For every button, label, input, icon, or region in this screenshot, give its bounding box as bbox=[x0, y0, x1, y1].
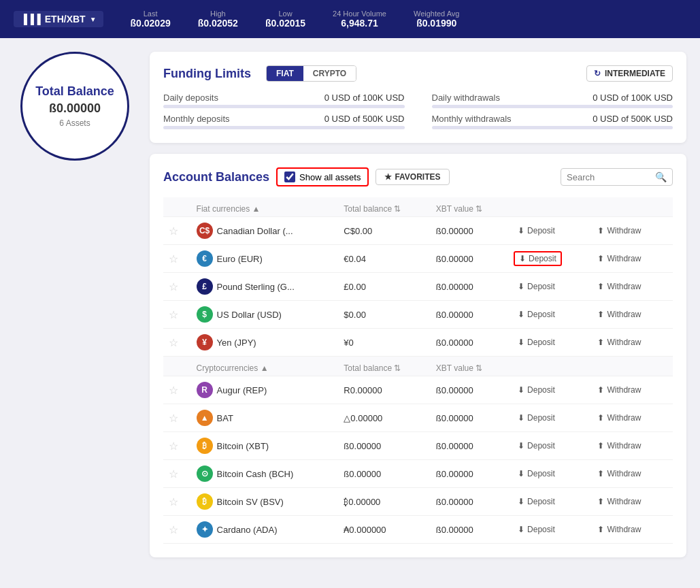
star-cell[interactable]: ☆ bbox=[163, 488, 191, 516]
star-button[interactable]: ☆ bbox=[169, 495, 178, 508]
deposit-cell[interactable]: ⬇ Deposit bbox=[508, 245, 588, 273]
progress-bar bbox=[432, 105, 673, 108]
funding-limits-card: Funding Limits FIAT CRYPTO ↻ INTERMEDIAT… bbox=[150, 52, 686, 143]
funding-row-label: Monthly deposits bbox=[163, 114, 230, 124]
stat-item: Lastß0.02029 bbox=[131, 10, 171, 29]
table-row: ☆ ✦ Cardano (ADA) ₳0.000000 ß0.00000 ⬇ D… bbox=[163, 516, 673, 544]
deposit-button[interactable]: ⬇ Deposit bbox=[514, 280, 559, 293]
deposit-cell[interactable]: ⬇ Deposit bbox=[508, 217, 588, 245]
deposit-button[interactable]: ⬇ Deposit bbox=[514, 225, 559, 237]
deposit-button[interactable]: ⬇ Deposit bbox=[514, 495, 559, 508]
withdraw-cell[interactable]: ⬆ Withdraw bbox=[588, 488, 673, 516]
withdraw-cell[interactable]: ⬆ Withdraw bbox=[588, 273, 673, 301]
star-button[interactable]: ☆ bbox=[169, 280, 178, 293]
star-button[interactable]: ☆ bbox=[169, 308, 178, 321]
deposit-cell[interactable]: ⬇ Deposit bbox=[508, 488, 588, 516]
show-all-assets-control[interactable]: Show all assets bbox=[276, 167, 369, 186]
withdraw-button[interactable]: ⬆ Withdraw bbox=[593, 412, 645, 424]
withdraw-button[interactable]: ⬆ Withdraw bbox=[593, 440, 645, 452]
deposit-button[interactable]: ⬇ Deposit bbox=[514, 308, 559, 321]
col-name: ₿ Bitcoin SV (BSV) bbox=[197, 493, 333, 510]
ticker-selector[interactable]: ▐▐▐ ETH/XBT ▼ bbox=[14, 11, 103, 27]
star-button[interactable]: ☆ bbox=[169, 384, 178, 397]
withdraw-cell[interactable]: ⬆ Withdraw bbox=[588, 301, 673, 329]
deposit-cell[interactable]: ⬇ Deposit bbox=[508, 273, 588, 301]
total-balance-cell: ₳0.000000 bbox=[338, 516, 430, 544]
table-row: ☆ C$ Canadian Dollar (... C$0.00 ß0.0000… bbox=[163, 217, 673, 245]
star-button[interactable]: ☆ bbox=[169, 523, 178, 536]
funding-title: Funding Limits bbox=[163, 67, 251, 81]
star-cell[interactable]: ☆ bbox=[163, 516, 191, 544]
withdraw-cell[interactable]: ⬆ Withdraw bbox=[588, 217, 673, 245]
show-all-checkbox[interactable] bbox=[284, 172, 295, 182]
withdraw-button[interactable]: ⬆ Withdraw bbox=[593, 280, 645, 293]
star-cell[interactable]: ☆ bbox=[163, 404, 191, 432]
stat-value: 6,948.71 bbox=[341, 18, 378, 29]
withdraw-cell[interactable]: ⬆ Withdraw bbox=[588, 516, 673, 544]
total-balance-cell: ß0.00000 bbox=[338, 432, 430, 460]
deposit-button[interactable]: ⬇ Deposit bbox=[514, 336, 559, 348]
deposit-button[interactable]: ⬇ Deposit bbox=[514, 440, 559, 452]
star-cell[interactable]: ☆ bbox=[163, 217, 191, 245]
favorites-button[interactable]: ★ FAVORITES bbox=[376, 169, 449, 185]
coin-icon: ⊙ bbox=[197, 466, 213, 482]
star-cell[interactable]: ☆ bbox=[163, 245, 191, 273]
withdraw-button[interactable]: ⬆ Withdraw bbox=[593, 384, 645, 396]
withdraw-button[interactable]: ⬆ Withdraw bbox=[593, 468, 645, 480]
currency-name-cell: ₿ Bitcoin SV (BSV) bbox=[191, 488, 339, 516]
withdraw-cell[interactable]: ⬆ Withdraw bbox=[588, 460, 673, 488]
deposit-cell[interactable]: ⬇ Deposit bbox=[508, 301, 588, 329]
deposit-button[interactable]: ⬇ Deposit bbox=[514, 523, 559, 536]
crypto-toggle[interactable]: CRYPTO bbox=[303, 66, 356, 81]
star-cell[interactable]: ☆ bbox=[163, 376, 191, 404]
star-button[interactable]: ☆ bbox=[169, 412, 178, 425]
star-cell[interactable]: ☆ bbox=[163, 329, 191, 357]
funding-toggle-group[interactable]: FIAT CRYPTO bbox=[266, 65, 356, 82]
withdraw-cell[interactable]: ⬆ Withdraw bbox=[588, 329, 673, 357]
total-balance-cell: ₿0.00000 bbox=[338, 488, 430, 516]
progress-bar bbox=[163, 126, 405, 129]
deposit-cell[interactable]: ⬇ Deposit bbox=[508, 460, 588, 488]
star-button[interactable]: ☆ bbox=[169, 440, 178, 453]
fiat-toggle[interactable]: FIAT bbox=[267, 66, 303, 81]
search-box[interactable]: 🔍 bbox=[561, 168, 673, 186]
favorites-label: FAVORITES bbox=[395, 172, 440, 182]
deposit-button[interactable]: ⬇ Deposit bbox=[514, 468, 559, 480]
star-cell[interactable]: ☆ bbox=[163, 432, 191, 460]
star-cell[interactable]: ☆ bbox=[163, 301, 191, 329]
xbt-value-cell: ß0.00000 bbox=[431, 217, 508, 245]
withdraw-cell[interactable]: ⬆ Withdraw bbox=[588, 376, 673, 404]
search-input[interactable] bbox=[567, 172, 655, 182]
deposit-cell[interactable]: ⬇ Deposit bbox=[508, 376, 588, 404]
coin-icon: ¥ bbox=[197, 334, 213, 350]
xbt-value-cell: ß0.00000 bbox=[431, 432, 508, 460]
withdraw-button[interactable]: ⬆ Withdraw bbox=[593, 308, 645, 321]
deposit-cell[interactable]: ⬇ Deposit bbox=[508, 432, 588, 460]
star-cell[interactable]: ☆ bbox=[163, 460, 191, 488]
withdraw-button[interactable]: ⬆ Withdraw bbox=[593, 336, 645, 348]
withdraw-cell[interactable]: ⬆ Withdraw bbox=[588, 404, 673, 432]
intermediate-button[interactable]: ↻ INTERMEDIATE bbox=[586, 65, 673, 82]
xbt-value-cell: ß0.00000 bbox=[431, 329, 508, 357]
star-cell[interactable]: ☆ bbox=[163, 273, 191, 301]
withdraw-button[interactable]: ⬆ Withdraw bbox=[593, 523, 645, 536]
star-button[interactable]: ☆ bbox=[169, 336, 178, 349]
withdraw-button[interactable]: ⬆ Withdraw bbox=[593, 225, 645, 237]
star-button[interactable]: ☆ bbox=[169, 225, 178, 238]
right-panel: Funding Limits FIAT CRYPTO ↻ INTERMEDIAT… bbox=[150, 52, 686, 557]
deposit-cell[interactable]: ⬇ Deposit bbox=[508, 404, 588, 432]
deposit-button[interactable]: ⬇ Deposit bbox=[514, 251, 562, 266]
balance-assets: 6 Assets bbox=[59, 118, 90, 128]
withdraw-cell[interactable]: ⬆ Withdraw bbox=[588, 245, 673, 273]
withdraw-cell[interactable]: ⬆ Withdraw bbox=[588, 432, 673, 460]
deposit-button[interactable]: ⬇ Deposit bbox=[514, 384, 559, 396]
deposit-cell[interactable]: ⬇ Deposit bbox=[508, 329, 588, 357]
deposit-button[interactable]: ⬇ Deposit bbox=[514, 412, 559, 424]
star-button[interactable]: ☆ bbox=[169, 252, 178, 265]
star-button[interactable]: ☆ bbox=[169, 468, 178, 480]
withdraw-button[interactable]: ⬆ Withdraw bbox=[593, 252, 645, 265]
deposit-cell[interactable]: ⬇ Deposit bbox=[508, 516, 588, 544]
withdraw-button[interactable]: ⬆ Withdraw bbox=[593, 495, 645, 508]
stat-label: Weighted Avg bbox=[414, 10, 459, 18]
col-name: £ Pound Sterling (G... bbox=[197, 278, 333, 295]
